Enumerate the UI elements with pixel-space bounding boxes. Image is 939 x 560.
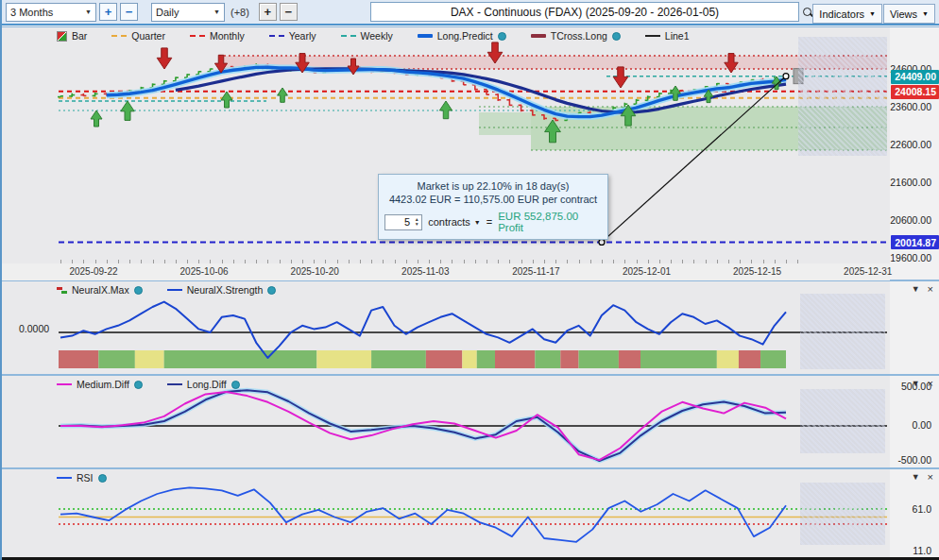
price-badge: 24008.15 bbox=[891, 85, 939, 99]
axis-tick bbox=[464, 260, 465, 263]
period-select[interactable]: Daily ▼ bbox=[151, 3, 225, 22]
indicators-button-label: Indicators bbox=[819, 8, 864, 20]
info-icon[interactable] bbox=[612, 32, 621, 41]
info-icon[interactable] bbox=[98, 474, 107, 483]
popup-equals: = bbox=[487, 216, 492, 228]
legend-item-quarter[interactable]: Quarter bbox=[111, 30, 165, 42]
collapse-panel-icon[interactable]: ▼ bbox=[912, 284, 920, 294]
price-chart-legend: BarQuarterMonthlyYearlyWeeklyLong.Predic… bbox=[57, 30, 690, 42]
chevron-down-icon: ▼ bbox=[922, 10, 929, 17]
axis-tick bbox=[360, 260, 361, 263]
axis-tick bbox=[637, 260, 638, 263]
axis-tick bbox=[95, 260, 96, 263]
axis-tick bbox=[245, 260, 246, 263]
axis-tick bbox=[176, 260, 177, 263]
monthly-swatch-icon bbox=[190, 35, 205, 37]
axis-tick bbox=[498, 260, 499, 263]
range-zoom-out-button[interactable]: − bbox=[120, 3, 138, 21]
axis-tick bbox=[267, 260, 268, 263]
info-icon[interactable] bbox=[498, 32, 506, 41]
axis-tick bbox=[786, 260, 787, 263]
axis-tick bbox=[579, 260, 580, 263]
axis-tick bbox=[118, 260, 119, 263]
info-icon[interactable] bbox=[231, 381, 240, 389]
range-select[interactable]: 3 Months ▼ bbox=[6, 3, 96, 22]
axis-tick bbox=[371, 260, 372, 263]
trading-app-window: 3 Months ▼ + − Daily ▼ (+8) + − DAX - Co… bbox=[0, 0, 939, 560]
rsi-ytick: 11.0 bbox=[913, 545, 931, 556]
legend-item-neuralx-strength[interactable]: NeuralX.Strength bbox=[167, 284, 277, 296]
legend-item-long-diff[interactable]: Long.Diff bbox=[167, 379, 240, 390]
contracts-stepper[interactable]: 5 ▲ ▼ bbox=[384, 214, 422, 230]
axis-tick bbox=[280, 260, 281, 263]
collapse-panel-icon[interactable]: ▼ bbox=[912, 472, 920, 482]
indicators-button[interactable]: Indicators ▼ bbox=[812, 4, 882, 24]
neuralx.strength-swatch-icon bbox=[167, 289, 182, 291]
axis-tick bbox=[797, 260, 798, 263]
axis-tick bbox=[555, 260, 556, 263]
search-icon[interactable] bbox=[803, 8, 812, 17]
legend-label: Line1 bbox=[665, 30, 690, 42]
chevron-down-icon: ▼ bbox=[869, 10, 876, 17]
close-panel-icon[interactable]: × bbox=[928, 283, 933, 295]
axis-tick bbox=[383, 260, 384, 263]
yearly-swatch-icon bbox=[269, 35, 284, 37]
chevron-down-icon: ▼ bbox=[213, 8, 220, 15]
axis-tick bbox=[164, 260, 165, 263]
axis-tick bbox=[671, 260, 672, 263]
popup-market-change: Market is up 22.10% in 18 day(s) bbox=[384, 179, 602, 193]
legend-label: Long.Diff bbox=[187, 379, 227, 390]
info-icon[interactable] bbox=[134, 286, 143, 295]
info-icon[interactable] bbox=[134, 381, 143, 389]
axis-tick bbox=[763, 260, 764, 263]
close-panel-icon[interactable]: × bbox=[928, 378, 933, 389]
legend-item-tcross-long[interactable]: TCross.Long bbox=[531, 30, 621, 42]
axis-tick bbox=[533, 260, 534, 263]
contracts-unit-dropdown[interactable]: contracts ▼ bbox=[428, 216, 481, 228]
add-bar-button[interactable]: + bbox=[259, 3, 277, 21]
date-label: 2025-12-15 bbox=[733, 266, 781, 277]
legend-item-long-predict[interactable]: Long.Predict bbox=[418, 30, 506, 42]
legend-item-monthly[interactable]: Monthly bbox=[190, 30, 245, 42]
price-tick-label: 21600.00 bbox=[890, 177, 931, 188]
legend-item-line1[interactable]: Line1 bbox=[645, 30, 690, 42]
axis-tick bbox=[590, 260, 591, 263]
rsi-plot[interactable] bbox=[2, 469, 890, 557]
axis-tick bbox=[475, 260, 476, 263]
rsi-ytick: 61.0 bbox=[913, 503, 931, 515]
range-zoom-in-button[interactable]: + bbox=[99, 3, 117, 21]
axis-tick bbox=[349, 260, 350, 263]
future-projection-zone bbox=[800, 389, 885, 453]
collapse-panel-icon[interactable]: ▼ bbox=[912, 379, 920, 388]
legend-label: RSI bbox=[77, 472, 94, 484]
diff-ytick: 0.00 bbox=[913, 419, 931, 431]
price-tick-label: 20600.00 bbox=[890, 214, 931, 226]
legend-item-yearly[interactable]: Yearly bbox=[269, 30, 316, 42]
axis-tick bbox=[153, 260, 154, 263]
legend-item-rsi[interactable]: RSI bbox=[57, 472, 107, 484]
contracts-value[interactable]: 5 bbox=[385, 215, 412, 229]
views-button[interactable]: Views ▼ bbox=[883, 4, 935, 24]
legend-item-neuralx-max[interactable]: NeuralX.Max bbox=[57, 284, 143, 296]
axis-tick bbox=[210, 260, 211, 263]
axis-tick bbox=[198, 260, 199, 263]
legend-label: Medium.Diff bbox=[77, 379, 129, 390]
symbol-title-box[interactable]: DAX - Continuous (FDAX) (2025-09-20 - 20… bbox=[370, 2, 799, 22]
info-icon[interactable] bbox=[267, 286, 276, 295]
remove-bar-button[interactable]: − bbox=[280, 3, 298, 21]
date-label: 2025-10-06 bbox=[180, 266, 229, 277]
range-select-value: 3 Months bbox=[10, 7, 53, 18]
price-tick-label: 19600.00 bbox=[890, 252, 931, 263]
axis-tick bbox=[659, 260, 660, 263]
legend-item-medium-diff[interactable]: Medium.Diff bbox=[57, 379, 143, 390]
legend-item-bar[interactable]: Bar bbox=[57, 30, 87, 42]
legend-label: Monthly bbox=[210, 30, 245, 42]
spin-down-icon[interactable]: ▼ bbox=[415, 222, 419, 227]
price-chart-panel: BarQuarterMonthlyYearlyWeeklyLong.Predic… bbox=[2, 26, 939, 280]
weekly-swatch-icon bbox=[341, 35, 356, 37]
legend-item-weekly[interactable]: Weekly bbox=[341, 30, 393, 42]
legend-label: TCross.Long bbox=[551, 30, 607, 42]
close-panel-icon[interactable]: × bbox=[928, 471, 933, 483]
period-select-value: Daily bbox=[156, 7, 179, 18]
tcross.long-swatch-icon bbox=[531, 34, 546, 38]
